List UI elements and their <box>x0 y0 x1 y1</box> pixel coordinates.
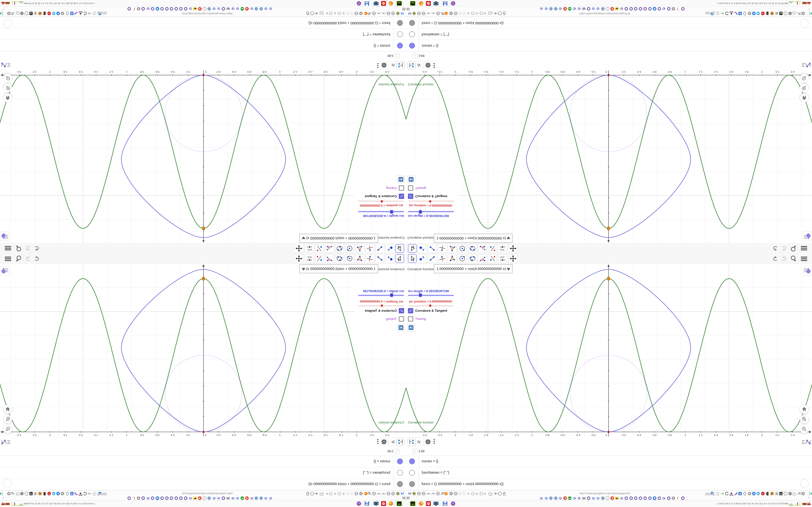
globe-icon[interactable] <box>372 10 376 15</box>
compass-icon[interactable] <box>770 492 774 497</box>
firefox-icon[interactable] <box>364 10 368 15</box>
kebab-menu-icon[interactable] <box>377 62 379 68</box>
wrench2-icon[interactable] <box>11 492 15 497</box>
dot-icon[interactable] <box>325 492 329 497</box>
menu-icon[interactable] <box>4 244 12 252</box>
chevron-down-icon[interactable] <box>507 268 510 271</box>
pen-icon[interactable] <box>74 10 78 15</box>
tool-angle-button[interactable]: α <box>325 244 334 253</box>
globe-icon[interactable] <box>421 492 425 497</box>
taskbar-app-red-settings[interactable] <box>379 0 387 6</box>
ghost-icon[interactable] <box>346 492 350 497</box>
search-icon[interactable] <box>790 255 798 263</box>
collapse-button[interactable]: − <box>394 449 400 454</box>
dot-icon[interactable] <box>466 492 470 497</box>
dot-icon[interactable] <box>483 492 487 497</box>
curvature-function-input[interactable]: 1.000000000000 + cos(4.000000000000 x) <box>299 264 378 273</box>
dot-icon[interactable] <box>466 10 470 15</box>
home-button[interactable] <box>800 94 809 102</box>
gear-icon[interactable] <box>449 492 453 497</box>
olive-icon[interactable] <box>396 10 400 15</box>
algebra-plot-toggle-icon[interactable] <box>1 439 11 447</box>
zoom-icon[interactable]: 81% <box>101 11 107 15</box>
visibility-toggle[interactable] <box>397 20 403 26</box>
curvature-function-input[interactable]: 1.000000000000 + cos(4.000000000000 x) <box>434 264 513 273</box>
taskbar-app-purple-app[interactable] <box>450 0 457 6</box>
algebra-row-funcs[interactable]: funcs = {1.000000000000 + cos(4.00000000… <box>0 478 406 490</box>
pen-icon[interactable] <box>734 10 738 15</box>
Ablue-icon[interactable]: A <box>738 492 742 497</box>
taskbar-app-screenshot-tool[interactable] <box>433 501 440 507</box>
taskbar-app-screenshot-tool[interactable] <box>433 0 440 6</box>
tool-move-button[interactable] <box>408 244 417 253</box>
taskbar-app-red-settings[interactable] <box>425 0 433 6</box>
tool-reflect-button[interactable] <box>488 254 497 263</box>
url-text[interactable]: https://www.geogebra.org/classic/aagcxh3… <box>579 492 630 495</box>
fx-button[interactable]: fx <box>388 61 396 69</box>
bank-icon[interactable] <box>33 492 38 497</box>
wrench2-icon[interactable] <box>797 492 801 497</box>
tool-polygon-button[interactable] <box>355 244 364 253</box>
trash-icon[interactable] <box>765 492 769 497</box>
visibility-toggle[interactable] <box>397 458 403 464</box>
url-text[interactable]: https://www.geogebra.org/classic/aagcxh3… <box>579 12 630 15</box>
tool-angle-button[interactable]: α <box>325 254 334 263</box>
tool-moveview-button[interactable] <box>295 254 303 263</box>
arc-length-slider[interactable] <box>358 211 404 212</box>
algebra-row-curves[interactable]: curves = {} <box>0 40 406 51</box>
sq-icon[interactable] <box>329 10 333 15</box>
taskbar-app-firefox[interactable] <box>418 0 425 6</box>
algebra-plot-toggle-icon[interactable] <box>1 60 11 68</box>
globedark-icon[interactable] <box>788 10 792 15</box>
visibility-toggle[interactable] <box>397 43 403 49</box>
visibility-toggle[interactable] <box>409 470 415 475</box>
tool-perpendicular-button[interactable] <box>365 244 374 253</box>
taskbar-app-red-settings[interactable] <box>379 501 387 507</box>
mouse-icon[interactable] <box>65 492 69 497</box>
kebabteal-icon[interactable] <box>0 10 3 15</box>
help-button[interactable] <box>3 19 12 28</box>
sq-icon[interactable] <box>329 492 333 497</box>
undo-button[interactable] <box>33 244 41 252</box>
kebab-menu-icon[interactable] <box>433 62 435 68</box>
globedark-icon[interactable] <box>20 492 24 497</box>
bank-icon[interactable] <box>774 492 779 497</box>
undo-button[interactable] <box>33 255 41 263</box>
cyanshield-icon[interactable] <box>52 10 56 15</box>
tool-polygon-button[interactable] <box>355 254 364 263</box>
lock-icon[interactable] <box>306 10 310 15</box>
mouse-icon[interactable] <box>65 10 69 15</box>
shield-icon[interactable] <box>310 10 314 15</box>
gear-icon[interactable] <box>424 438 432 446</box>
collapse-button[interactable]: − <box>394 53 400 58</box>
redo-button[interactable] <box>24 255 32 263</box>
gauge-icon[interactable] <box>382 492 386 497</box>
geardark-icon[interactable] <box>748 10 752 15</box>
reload-icon[interactable] <box>725 492 729 497</box>
tool-circle-button[interactable] <box>345 254 354 263</box>
wrench-icon[interactable] <box>368 492 372 497</box>
menu-icon[interactable] <box>4 255 12 263</box>
algebra-plot-toggle-icon[interactable] <box>801 60 811 68</box>
compass-icon[interactable] <box>770 10 774 15</box>
tool-slider-button[interactable]: a=2 <box>498 254 507 263</box>
tool-point-button[interactable]: A <box>386 244 394 253</box>
ublock-icon[interactable]: uo <box>29 10 33 15</box>
home-button[interactable] <box>800 405 809 413</box>
visibility-toggle[interactable] <box>397 470 403 475</box>
ghost-icon[interactable] <box>458 492 462 497</box>
olive-icon[interactable] <box>396 492 400 497</box>
algebra-plot-toggle-icon[interactable] <box>801 439 811 447</box>
graphics-stylebar-button[interactable] <box>0 231 9 241</box>
tool-move-button[interactable] <box>395 254 404 263</box>
gauge-icon[interactable] <box>431 492 435 497</box>
shieldgray-icon[interactable] <box>783 492 788 497</box>
home-button[interactable] <box>3 405 12 413</box>
algebra-row-curves[interactable]: curves = {} <box>406 40 812 51</box>
geardark-icon[interactable] <box>748 492 752 497</box>
dot-icon[interactable] <box>483 10 487 15</box>
gear2-icon[interactable] <box>7 10 11 15</box>
algebra-tree-view-button[interactable] <box>407 438 416 446</box>
home-button[interactable] <box>3 94 12 102</box>
help-button[interactable] <box>800 19 809 28</box>
